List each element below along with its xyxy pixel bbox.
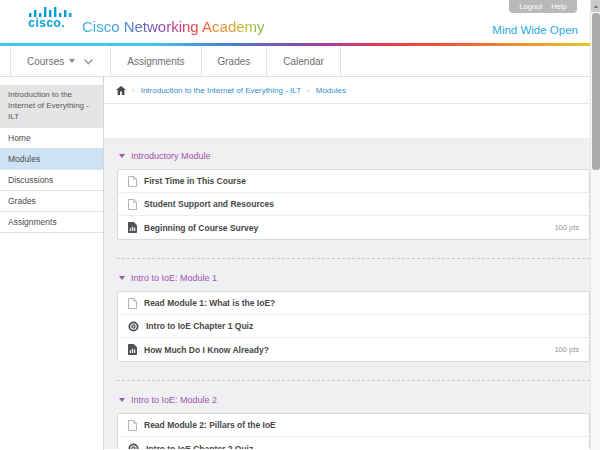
module-item-row[interactable]: Student Support and Resources	[118, 193, 589, 216]
module-item-points: 100 pts	[554, 345, 579, 354]
document-icon	[128, 199, 137, 210]
survey-icon	[128, 222, 137, 233]
logout-button[interactable]: Logout	[519, 2, 542, 11]
nav-item-assignments[interactable]: Assignments	[111, 46, 201, 76]
sidebar-item-grades[interactable]: Grades	[0, 191, 103, 212]
module-item-row[interactable]: Read Module 1: What is the IoE?	[118, 292, 589, 315]
scrollbar-thumb[interactable]	[592, 13, 600, 170]
page-body: Introduction to the Internet of Everythi…	[0, 77, 600, 450]
nav-assignments-label: Assignments	[127, 56, 184, 67]
breadcrumb: › Introduction to the Internet of Everyt…	[104, 77, 600, 104]
module-item-title: Read Module 2: Pillars of the IoE	[144, 420, 276, 430]
nav-item-grades[interactable]: Grades	[202, 46, 268, 76]
module-section-title: Intro to IoE: Module 2	[131, 395, 217, 405]
module-item-title: Intro to IoE Chapter 1 Quiz	[146, 321, 253, 331]
module-item-title: Intro to IoE Chapter 2 Quiz	[146, 444, 253, 450]
module-section-title: Intro to IoE: Module 1	[131, 273, 217, 283]
module-section-title: Introductory Module	[131, 151, 211, 161]
sidebar-item-modules[interactable]: Modules	[0, 149, 103, 170]
survey-icon	[128, 344, 137, 355]
help-button[interactable]: Help	[551, 2, 566, 11]
session-box: Logout Help	[509, 0, 577, 13]
nav-item-courses[interactable]: Courses	[10, 46, 111, 76]
module-item-points: 100 pts	[554, 223, 579, 232]
module-item-title: Student Support and Resources	[144, 199, 274, 209]
sidebar-item-assignments[interactable]: Assignments	[0, 212, 103, 233]
module-item-row[interactable]: Read Module 2: Pillars of the IoE	[118, 414, 589, 437]
main-nav: Courses Assignments Grades Calendar	[0, 46, 600, 77]
quiz-icon	[128, 321, 139, 332]
courses-caret-icon	[69, 59, 75, 63]
module-item-title: First Time in This Course	[144, 176, 246, 186]
module-section: Introductory Module First Time in This C…	[117, 151, 590, 240]
vertical-scrollbar[interactable]	[590, 0, 600, 450]
module-item-row[interactable]: Intro to IoE Chapter 2 Quiz	[118, 437, 589, 449]
module-item-title: Read Module 1: What is the IoE?	[144, 298, 275, 308]
sidebar-course-title: Introduction to the Internet of Everythi…	[0, 85, 103, 128]
cisco-logo-text: cisco.	[28, 16, 80, 30]
chevron-down-icon[interactable]	[83, 58, 94, 65]
collapse-caret-icon	[119, 154, 125, 158]
module-item-row[interactable]: First Time in This Course	[118, 170, 589, 193]
module-item-title: Beginning of Course Survey	[144, 223, 258, 233]
nav-calendar-label: Calendar	[283, 56, 324, 67]
module-item-row[interactable]: Intro to IoE Chapter 1 Quiz	[118, 315, 589, 338]
module-item-list: Read Module 2: Pillars of the IoE Intro …	[117, 413, 590, 449]
document-icon	[128, 420, 137, 431]
module-section: Intro to IoE: Module 1 Read Module 1: Wh…	[117, 258, 590, 362]
breadcrumb-course-link[interactable]: Introduction to the Internet of Everythi…	[141, 86, 301, 95]
document-icon	[128, 298, 137, 309]
module-section-toggle[interactable]: Intro to IoE: Module 1	[117, 273, 590, 283]
scroll-up-button[interactable]	[591, 0, 600, 12]
cisco-logo: cisco.	[28, 6, 80, 30]
app-header: cisco. Cisco Networking Academy Logout H…	[0, 0, 600, 43]
breadcrumb-separator: ›	[307, 86, 310, 95]
content-spacer	[104, 104, 600, 138]
sidebar-item-home[interactable]: Home	[0, 128, 103, 149]
brand-title: Cisco Networking Academy	[82, 18, 265, 35]
module-section-toggle[interactable]: Introductory Module	[117, 151, 590, 161]
document-icon	[128, 176, 137, 187]
collapse-caret-icon	[119, 398, 125, 402]
cisco-netacad-page: cisco. Cisco Networking Academy Logout H…	[0, 0, 600, 450]
nav-item-calendar[interactable]: Calendar	[267, 46, 341, 76]
module-item-row[interactable]: Beginning of Course Survey 100 pts	[118, 216, 589, 239]
module-item-row[interactable]: How Much Do I Know Already? 100 pts	[118, 338, 589, 361]
breadcrumb-modules-link[interactable]: Modules	[316, 86, 346, 95]
scroll-up-arrow-icon	[594, 5, 598, 8]
sidebar-item-discussions[interactable]: Discussions	[0, 170, 103, 191]
breadcrumb-separator: ›	[132, 86, 135, 95]
module-item-list: Read Module 1: What is the IoE? Intro to…	[117, 291, 590, 362]
module-item-title: How Much Do I Know Already?	[144, 345, 269, 355]
main-content: › Introduction to the Internet of Everyt…	[104, 77, 600, 450]
modules-panel: Introductory Module First Time in This C…	[104, 138, 600, 449]
collapse-caret-icon	[119, 276, 125, 280]
course-sidebar: Introduction to the Internet of Everythi…	[0, 77, 104, 450]
module-section: Intro to IoE: Module 2 Read Module 2: Pi…	[117, 380, 590, 449]
tagline: Mind Wide Open	[492, 24, 578, 36]
quiz-icon	[128, 443, 139, 449]
home-icon[interactable]	[116, 86, 126, 95]
module-item-list: First Time in This Course Student Suppor…	[117, 169, 590, 240]
module-section-toggle[interactable]: Intro to IoE: Module 2	[117, 395, 590, 405]
nav-grades-label: Grades	[218, 56, 251, 67]
nav-courses-label: Courses	[27, 56, 64, 67]
